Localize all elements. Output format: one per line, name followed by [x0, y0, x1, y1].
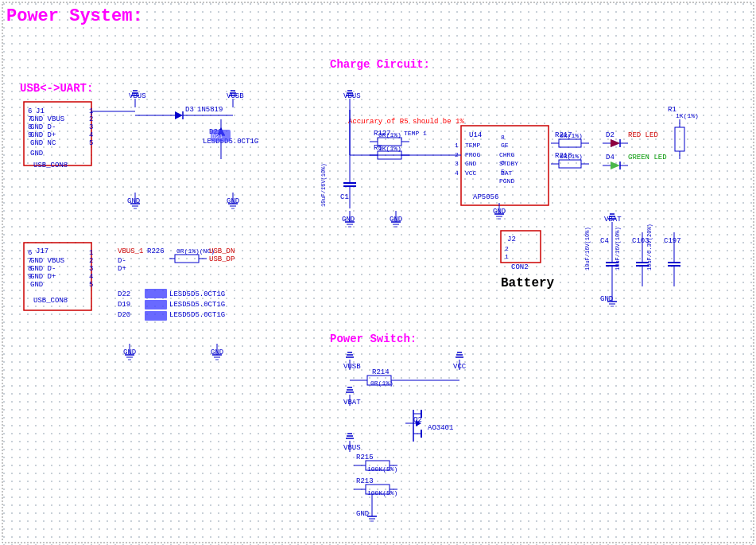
svg-rect-69 [175, 255, 199, 263]
svg-rect-76 [145, 289, 167, 298]
svg-text:Battery: Battery [501, 276, 555, 290]
svg-text:PROG: PROG [465, 151, 480, 158]
svg-rect-77 [145, 300, 167, 309]
svg-rect-162 [675, 127, 684, 151]
svg-text:VBUS_1: VBUS_1 [118, 247, 143, 255]
svg-text:D19: D19 [118, 301, 130, 309]
svg-text:VCC: VCC [465, 169, 477, 177]
svg-text:C1: C1 [340, 193, 349, 201]
svg-text:CON2: CON2 [511, 263, 529, 271]
svg-text:C197: C197 [664, 237, 681, 245]
svg-text:6: 6 [28, 249, 32, 257]
svg-text:0R(1%): 0R(1%) [560, 153, 583, 160]
svg-text:10uF/6.3V(20%): 10uF/6.3V(20%) [646, 224, 653, 271]
svg-text:J17: J17 [36, 247, 48, 255]
svg-text:D20: D20 [118, 311, 130, 319]
svg-marker-156 [611, 162, 620, 169]
svg-text:1: 1 [505, 253, 509, 260]
schematic-svg: 6 7 8 9 J1 GND VBUS GND D- GND D+ GND NC… [0, 0, 756, 545]
svg-text:1: 1 [89, 249, 93, 257]
svg-text:GND: GND [356, 510, 369, 518]
svg-rect-138 [559, 139, 581, 147]
svg-text:GND NC: GND NC [30, 139, 56, 147]
svg-text:USB_CON8: USB_CON8 [33, 297, 68, 305]
svg-text:AP5056: AP5056 [473, 193, 498, 201]
svg-text:D-: D- [118, 257, 126, 265]
svg-text:4: 4 [89, 131, 93, 139]
svg-text:LESD5D5.0CT1G: LESD5D5.0CT1G [169, 301, 225, 309]
svg-text:D21: D21 [211, 133, 223, 140]
svg-text:J2: J2 [507, 236, 516, 243]
svg-text:2: 2 [89, 257, 93, 265]
svg-text:GND VBUS: GND VBUS [30, 257, 64, 265]
svg-text:1: 1 [455, 142, 459, 149]
svg-text:3: 3 [89, 265, 93, 273]
svg-text:2: 2 [89, 115, 93, 123]
svg-text:LESD5D5.0CT1G: LESD5D5.0CT1G [169, 290, 225, 298]
svg-text:5: 5 [89, 281, 93, 289]
svg-text:6: 6 [28, 107, 32, 115]
svg-text:USB_DN: USB_DN [209, 247, 235, 255]
svg-text:J1: J1 [36, 107, 45, 115]
svg-text:0R(1%): 0R(1%) [378, 131, 401, 138]
svg-text:VUSB: VUSB [343, 363, 361, 371]
svg-text:100K(5%): 100K(5%) [367, 465, 397, 473]
svg-text:GND: GND [30, 281, 43, 289]
schematic-canvas: Power System: USB<->UART: Charge Circuit… [0, 0, 756, 545]
svg-text:GND: GND [30, 150, 43, 158]
svg-text:U14: U14 [469, 131, 482, 139]
svg-marker-29 [175, 111, 183, 119]
svg-text:TEMP: TEMP [465, 142, 480, 149]
svg-text:GND D-: GND D- [30, 265, 56, 273]
svg-text:USB_DP: USB_DP [209, 255, 235, 263]
svg-text:1K(1%): 1K(1%) [378, 145, 401, 152]
svg-text:8: 8 [501, 134, 505, 141]
svg-text:USB_CON8: USB_CON8 [33, 162, 68, 169]
svg-text:GREEN LED: GREEN LED [628, 154, 667, 162]
svg-text:GE: GE [501, 142, 509, 149]
svg-text:GND D-: GND D- [30, 123, 56, 131]
svg-text:C4: C4 [600, 237, 609, 245]
svg-text:D3: D3 [185, 106, 194, 114]
svg-marker-152 [611, 139, 620, 147]
svg-text:RED LED: RED LED [628, 131, 658, 139]
svg-rect-78 [145, 311, 167, 321]
svg-text:3: 3 [89, 123, 93, 131]
svg-text:10uF/16V(10%): 10uF/16V(10%) [320, 163, 327, 207]
svg-text:1N5819: 1N5819 [197, 106, 223, 114]
svg-text:TEMP 1: TEMP 1 [404, 130, 427, 137]
svg-text:Accurary of R5 should be 1%: Accurary of R5 should be 1% [348, 118, 464, 126]
svg-text:D+: D+ [118, 265, 126, 273]
svg-text:GND: GND [465, 160, 477, 167]
svg-text:D2: D2 [606, 131, 614, 139]
svg-text:10uF/16V(10%): 10uF/16V(10%) [584, 227, 591, 271]
svg-text:D22: D22 [118, 290, 130, 298]
svg-text:STDBY: STDBY [499, 160, 518, 167]
svg-text:1K(1%): 1K(1%) [676, 112, 699, 119]
svg-text:R226: R226 [147, 247, 165, 255]
svg-text:VBUS: VBUS [343, 444, 361, 452]
svg-rect-267 [2, 2, 754, 543]
svg-text:0R(1%): 0R(1%) [370, 380, 394, 387]
svg-text:10uF/16V(10%): 10uF/16V(10%) [614, 227, 621, 271]
svg-text:4: 4 [89, 273, 93, 281]
svg-text:GND D+: GND D+ [30, 273, 56, 281]
svg-text:CHRG: CHRG [499, 151, 514, 158]
svg-text:BAT: BAT [501, 169, 513, 177]
svg-text:VBAT: VBAT [343, 399, 361, 407]
svg-rect-143 [559, 160, 581, 168]
svg-text:PGND: PGND [499, 177, 514, 185]
svg-text:0R(1%): 0R(1%) [560, 132, 583, 139]
svg-text:GND D+: GND D+ [30, 131, 56, 139]
svg-text:4: 4 [455, 169, 459, 177]
svg-text:5: 5 [89, 139, 93, 147]
svg-text:2: 2 [505, 245, 509, 252]
svg-text:3: 3 [455, 160, 459, 167]
svg-text:LESD5D5.0CT1G: LESD5D5.0CT1G [169, 311, 225, 319]
svg-text:AO3401: AO3401 [428, 424, 453, 432]
svg-text:D4: D4 [606, 154, 614, 162]
svg-text:GND VBUS: GND VBUS [30, 115, 64, 123]
